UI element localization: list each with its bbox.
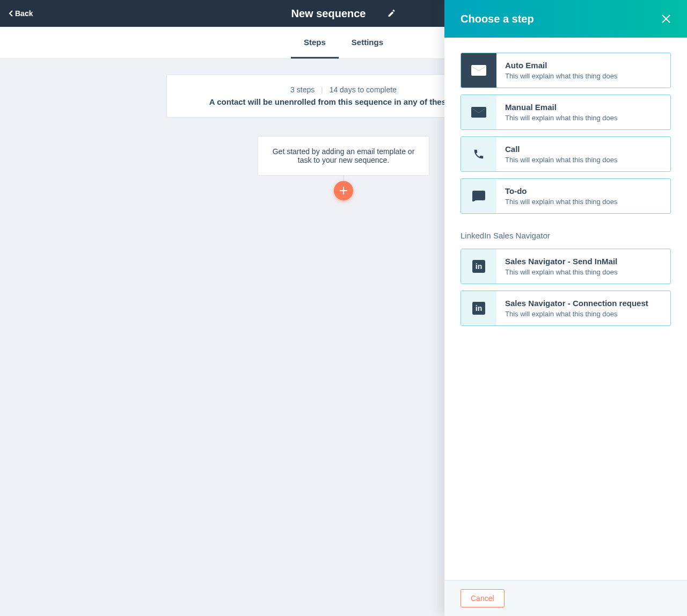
cancel-label: Cancel: [471, 594, 494, 603]
back-label: Back: [15, 9, 33, 18]
checklist-icon: [461, 179, 496, 213]
step-title: Call: [505, 144, 618, 154]
step-title: Manual Email: [505, 103, 618, 112]
step-todo[interactable]: To-do This will explain what this thing …: [461, 178, 671, 214]
step-auto-email[interactable]: Auto Email This will explain what this t…: [461, 53, 671, 88]
close-button[interactable]: [661, 14, 671, 24]
choose-step-panel: Choose a step Auto Email This will expla…: [444, 0, 687, 616]
step-desc: This will explain what this thing does: [505, 72, 618, 80]
step-desc: This will explain what this thing does: [505, 310, 648, 318]
page-title-wrap: New sequence: [291, 8, 396, 20]
step-content: Auto Email This will explain what this t…: [496, 53, 626, 88]
linkedin-section-label: LinkedIn Sales Navigator: [461, 231, 671, 240]
step-title: Auto Email: [505, 61, 618, 70]
step-content: Call This will explain what this thing d…: [496, 137, 626, 171]
step-inmail[interactable]: in Sales Navigator - Send InMail This wi…: [461, 249, 671, 284]
step-call[interactable]: Call This will explain what this thing d…: [461, 136, 671, 172]
envelope-icon: [461, 95, 496, 129]
step-title: Sales Navigator - Send InMail: [505, 257, 618, 266]
info-sep: |: [321, 85, 323, 94]
start-text: Get started by adding an email template …: [273, 147, 415, 164]
envelope-icon: [461, 53, 496, 88]
edit-title-button[interactable]: [387, 9, 396, 18]
step-desc: This will explain what this thing does: [505, 198, 618, 206]
cancel-button[interactable]: Cancel: [461, 589, 505, 607]
panel-footer: Cancel: [444, 580, 687, 616]
add-step-button[interactable]: [334, 181, 353, 200]
close-icon: [661, 14, 671, 24]
step-content: Manual Email This will explain what this…: [496, 95, 626, 129]
panel-header: Choose a step: [444, 0, 687, 38]
panel-title: Choose a step: [461, 13, 534, 25]
tab-steps-label: Steps: [304, 38, 326, 47]
linkedin-icon: in: [461, 291, 496, 325]
step-desc: This will explain what this thing does: [505, 114, 618, 122]
svg-text:in: in: [476, 304, 482, 313]
step-desc: This will explain what this thing does: [505, 268, 618, 276]
info-days: 14 days to complete: [330, 85, 397, 94]
step-connection-request[interactable]: in Sales Navigator - Connection request …: [461, 291, 671, 326]
svg-text:in: in: [476, 262, 482, 271]
step-manual-email[interactable]: Manual Email This will explain what this…: [461, 95, 671, 130]
tab-settings[interactable]: Settings: [339, 27, 396, 59]
pencil-icon: [387, 9, 396, 18]
page-title: New sequence: [291, 8, 366, 20]
plus-icon: [340, 187, 347, 194]
chevron-left-icon: [9, 10, 13, 17]
tab-steps[interactable]: Steps: [291, 27, 339, 59]
panel-body: Auto Email This will explain what this t…: [444, 38, 687, 580]
phone-icon: [461, 137, 496, 171]
step-content: To-do This will explain what this thing …: [496, 179, 626, 213]
start-card: Get started by adding an email template …: [258, 136, 429, 176]
tab-settings-label: Settings: [352, 38, 383, 47]
step-content: Sales Navigator - Send InMail This will …: [496, 249, 626, 284]
linkedin-icon: in: [461, 249, 496, 284]
step-content: Sales Navigator - Connection request Thi…: [496, 291, 657, 325]
info-steps: 3 steps: [290, 85, 315, 94]
step-desc: This will explain what this thing does: [505, 156, 618, 164]
back-button[interactable]: Back: [9, 9, 33, 18]
step-title: To-do: [505, 186, 618, 195]
step-title: Sales Navigator - Connection request: [505, 299, 648, 308]
